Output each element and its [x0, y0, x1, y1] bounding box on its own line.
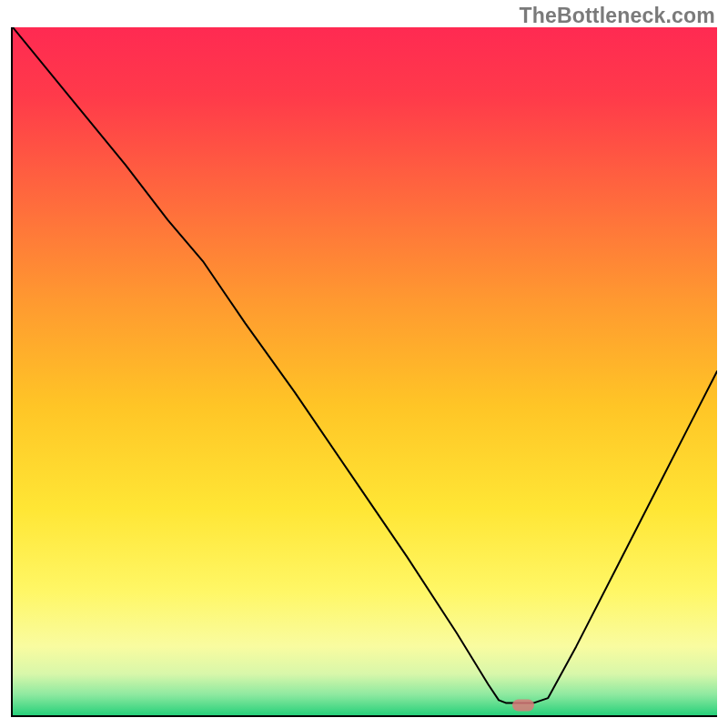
watermark-text: TheBottleneck.com — [519, 4, 715, 28]
optimal-marker — [512, 699, 534, 711]
curve-layer — [13, 27, 717, 715]
bottleneck-curve — [13, 27, 717, 703]
chart-frame: TheBottleneck.com — [0, 0, 728, 728]
plot-area — [11, 27, 717, 717]
